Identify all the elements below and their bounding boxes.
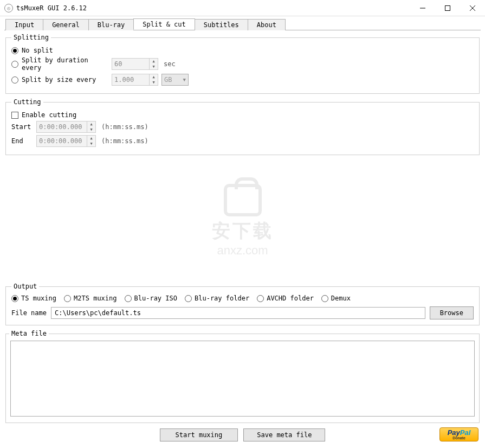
radio-ts-muxing-label[interactable]: TS muxing [21, 295, 56, 302]
paypal-logo: PayPal [448, 429, 471, 436]
chevron-up-icon[interactable]: ▲ [150, 74, 158, 80]
radio-no-split-label[interactable]: No split [22, 47, 53, 54]
minimize-icon [420, 5, 425, 11]
cutting-start-hint: (h:mm:ss.ms) [101, 123, 148, 131]
checkbox-enable-cutting[interactable] [11, 112, 18, 119]
chevron-down-icon: ▼ [183, 77, 186, 82]
radio-bluray-folder-label[interactable]: Blu-ray folder [195, 295, 249, 302]
radio-avchd-folder[interactable] [257, 295, 264, 302]
output-group: Output TS muxing M2TS muxing Blu-ray ISO… [5, 283, 480, 325]
chevron-up-icon[interactable]: ▲ [87, 136, 95, 141]
meta-textarea[interactable] [10, 341, 475, 417]
svg-rect-1 [445, 5, 450, 10]
cutting-start-input[interactable]: ▲▼ [36, 121, 96, 133]
tab-input[interactable]: Input [5, 19, 43, 30]
donate-label: Donate [452, 436, 465, 440]
duration-spinner[interactable]: ▲▼ [112, 58, 158, 70]
radio-demux-label[interactable]: Demux [331, 295, 351, 302]
bottom-bar: Start muxing Save meta file PayPal Donat… [4, 424, 481, 444]
radio-split-size[interactable] [11, 76, 18, 84]
watermark: 安下载 anxz.com [212, 178, 274, 258]
save-meta-button[interactable]: Save meta file [243, 428, 325, 441]
radio-no-split[interactable] [11, 47, 18, 54]
radio-bluray-folder[interactable] [185, 295, 192, 302]
chevron-down-icon[interactable]: ▼ [150, 80, 158, 85]
radio-bluray-iso-label[interactable]: Blu-ray ISO [134, 295, 177, 302]
tab-general[interactable]: General [43, 19, 89, 30]
size-spinner[interactable]: ▲▼ [112, 74, 158, 86]
cutting-end-label: End [11, 137, 33, 145]
radio-split-size-label[interactable]: Split by size every [22, 76, 108, 84]
meta-legend: Meta file [9, 330, 49, 337]
chevron-up-icon[interactable]: ▲ [150, 59, 158, 64]
maximize-button[interactable] [435, 0, 460, 16]
size-value[interactable] [112, 75, 149, 85]
tab-split-cut[interactable]: Split & cut [133, 18, 195, 30]
radio-demux[interactable] [321, 295, 328, 302]
tab-about[interactable]: About [248, 19, 286, 30]
filename-label: File name [11, 309, 47, 317]
radio-m2ts-muxing-label[interactable]: M2TS muxing [74, 295, 117, 302]
size-unit-value: GB [164, 76, 172, 84]
cutting-start-value[interactable] [37, 122, 87, 132]
close-button[interactable] [460, 0, 485, 16]
start-muxing-button[interactable]: Start muxing [160, 428, 238, 441]
tab-bar: Input General Blu-ray Split & cut Subtit… [4, 18, 481, 30]
meta-group: Meta file [5, 330, 480, 423]
chevron-down-icon[interactable]: ▼ [150, 64, 158, 69]
radio-m2ts-muxing[interactable] [64, 295, 71, 302]
filename-input[interactable] [51, 307, 425, 319]
titlebar: ◎ tsMuxeR GUI 2.6.12 [0, 0, 485, 16]
cutting-legend: Cutting [11, 98, 43, 106]
cutting-end-input[interactable]: ▲▼ [36, 135, 96, 147]
radio-split-duration[interactable] [11, 61, 18, 68]
enable-cutting-label[interactable]: Enable cutting [22, 111, 76, 119]
close-icon [470, 5, 475, 11]
splitting-legend: Splitting [11, 34, 51, 41]
minimize-button[interactable] [410, 0, 435, 16]
duration-value[interactable] [112, 59, 149, 69]
tab-subtitles[interactable]: Subtitles [195, 19, 248, 30]
cutting-end-value[interactable] [37, 136, 87, 146]
cutting-group: Cutting Enable cutting Start ▲▼ (h:mm:ss… [5, 98, 480, 155]
cutting-end-hint: (h:mm:ss.ms) [101, 137, 148, 145]
radio-split-duration-label[interactable]: Split by duration every [22, 56, 108, 72]
donate-button[interactable]: PayPal Donate [439, 427, 478, 441]
radio-ts-muxing[interactable] [11, 295, 18, 302]
app-icon: ◎ [4, 4, 13, 12]
browse-button[interactable]: Browse [430, 306, 474, 319]
chevron-down-icon[interactable]: ▼ [87, 127, 95, 132]
maximize-icon [445, 5, 450, 11]
output-legend: Output [11, 283, 39, 290]
radio-avchd-folder-label[interactable]: AVCHD folder [267, 295, 314, 302]
radio-bluray-iso[interactable] [125, 295, 132, 302]
window-title: tsMuxeR GUI 2.6.12 [16, 4, 410, 12]
tab-bluray[interactable]: Blu-ray [88, 19, 134, 30]
chevron-up-icon[interactable]: ▲ [87, 121, 95, 127]
cutting-start-label: Start [11, 123, 33, 131]
chevron-down-icon[interactable]: ▼ [87, 141, 95, 146]
splitting-group: Splitting No split Split by duration eve… [5, 34, 480, 94]
duration-unit: sec [164, 60, 176, 68]
size-unit-combo[interactable]: GB ▼ [161, 74, 189, 86]
